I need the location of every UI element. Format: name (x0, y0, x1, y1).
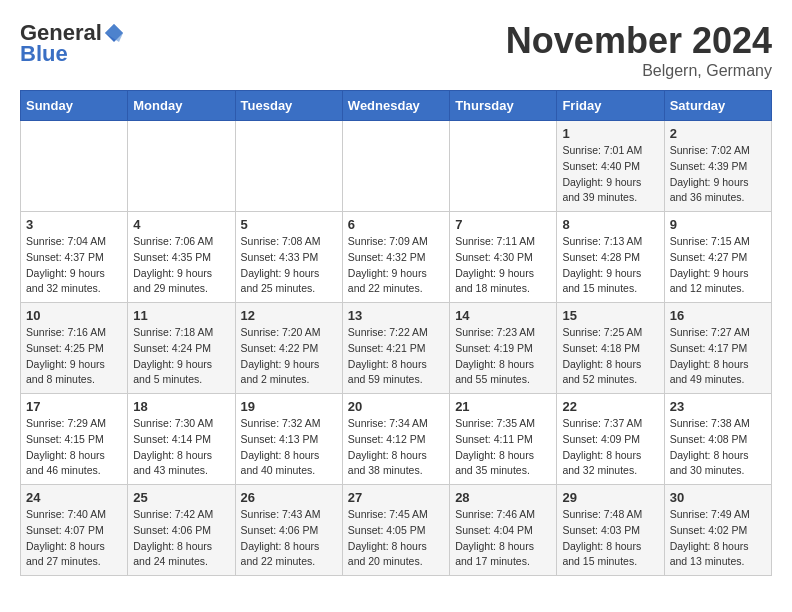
day-cell: 15Sunrise: 7:25 AM Sunset: 4:18 PM Dayli… (557, 303, 664, 394)
day-number: 22 (562, 399, 658, 414)
day-cell: 19Sunrise: 7:32 AM Sunset: 4:13 PM Dayli… (235, 394, 342, 485)
day-info: Sunrise: 7:06 AM Sunset: 4:35 PM Dayligh… (133, 234, 229, 297)
day-cell: 20Sunrise: 7:34 AM Sunset: 4:12 PM Dayli… (342, 394, 449, 485)
day-cell: 28Sunrise: 7:46 AM Sunset: 4:04 PM Dayli… (450, 485, 557, 576)
day-info: Sunrise: 7:37 AM Sunset: 4:09 PM Dayligh… (562, 416, 658, 479)
calendar-header: SundayMondayTuesdayWednesdayThursdayFrid… (21, 91, 772, 121)
day-info: Sunrise: 7:34 AM Sunset: 4:12 PM Dayligh… (348, 416, 444, 479)
day-cell: 11Sunrise: 7:18 AM Sunset: 4:24 PM Dayli… (128, 303, 235, 394)
day-info: Sunrise: 7:45 AM Sunset: 4:05 PM Dayligh… (348, 507, 444, 570)
day-info: Sunrise: 7:30 AM Sunset: 4:14 PM Dayligh… (133, 416, 229, 479)
page-header: General Blue November 2024 Belgern, Germ… (20, 20, 772, 80)
day-cell (128, 121, 235, 212)
day-number: 14 (455, 308, 551, 323)
day-cell: 6Sunrise: 7:09 AM Sunset: 4:32 PM Daylig… (342, 212, 449, 303)
day-cell: 30Sunrise: 7:49 AM Sunset: 4:02 PM Dayli… (664, 485, 771, 576)
day-number: 15 (562, 308, 658, 323)
day-info: Sunrise: 7:18 AM Sunset: 4:24 PM Dayligh… (133, 325, 229, 388)
day-number: 12 (241, 308, 337, 323)
day-cell: 10Sunrise: 7:16 AM Sunset: 4:25 PM Dayli… (21, 303, 128, 394)
day-number: 17 (26, 399, 122, 414)
header-cell-wednesday: Wednesday (342, 91, 449, 121)
day-number: 1 (562, 126, 658, 141)
day-cell: 5Sunrise: 7:08 AM Sunset: 4:33 PM Daylig… (235, 212, 342, 303)
day-cell: 16Sunrise: 7:27 AM Sunset: 4:17 PM Dayli… (664, 303, 771, 394)
day-number: 24 (26, 490, 122, 505)
day-number: 4 (133, 217, 229, 232)
day-cell: 13Sunrise: 7:22 AM Sunset: 4:21 PM Dayli… (342, 303, 449, 394)
day-number: 3 (26, 217, 122, 232)
day-cell: 14Sunrise: 7:23 AM Sunset: 4:19 PM Dayli… (450, 303, 557, 394)
day-number: 26 (241, 490, 337, 505)
logo: General Blue (20, 20, 126, 67)
day-number: 27 (348, 490, 444, 505)
day-info: Sunrise: 7:15 AM Sunset: 4:27 PM Dayligh… (670, 234, 766, 297)
day-cell: 25Sunrise: 7:42 AM Sunset: 4:06 PM Dayli… (128, 485, 235, 576)
day-number: 11 (133, 308, 229, 323)
day-info: Sunrise: 7:46 AM Sunset: 4:04 PM Dayligh… (455, 507, 551, 570)
day-cell: 2Sunrise: 7:02 AM Sunset: 4:39 PM Daylig… (664, 121, 771, 212)
day-info: Sunrise: 7:40 AM Sunset: 4:07 PM Dayligh… (26, 507, 122, 570)
day-cell: 8Sunrise: 7:13 AM Sunset: 4:28 PM Daylig… (557, 212, 664, 303)
day-info: Sunrise: 7:43 AM Sunset: 4:06 PM Dayligh… (241, 507, 337, 570)
day-cell: 24Sunrise: 7:40 AM Sunset: 4:07 PM Dayli… (21, 485, 128, 576)
day-info: Sunrise: 7:38 AM Sunset: 4:08 PM Dayligh… (670, 416, 766, 479)
day-info: Sunrise: 7:01 AM Sunset: 4:40 PM Dayligh… (562, 143, 658, 206)
day-number: 13 (348, 308, 444, 323)
day-cell: 17Sunrise: 7:29 AM Sunset: 4:15 PM Dayli… (21, 394, 128, 485)
day-info: Sunrise: 7:13 AM Sunset: 4:28 PM Dayligh… (562, 234, 658, 297)
day-info: Sunrise: 7:22 AM Sunset: 4:21 PM Dayligh… (348, 325, 444, 388)
day-info: Sunrise: 7:20 AM Sunset: 4:22 PM Dayligh… (241, 325, 337, 388)
day-info: Sunrise: 7:49 AM Sunset: 4:02 PM Dayligh… (670, 507, 766, 570)
day-cell: 29Sunrise: 7:48 AM Sunset: 4:03 PM Dayli… (557, 485, 664, 576)
header-cell-saturday: Saturday (664, 91, 771, 121)
day-cell: 12Sunrise: 7:20 AM Sunset: 4:22 PM Dayli… (235, 303, 342, 394)
day-cell: 1Sunrise: 7:01 AM Sunset: 4:40 PM Daylig… (557, 121, 664, 212)
day-number: 7 (455, 217, 551, 232)
day-number: 10 (26, 308, 122, 323)
day-info: Sunrise: 7:42 AM Sunset: 4:06 PM Dayligh… (133, 507, 229, 570)
day-cell: 18Sunrise: 7:30 AM Sunset: 4:14 PM Dayli… (128, 394, 235, 485)
day-cell: 7Sunrise: 7:11 AM Sunset: 4:30 PM Daylig… (450, 212, 557, 303)
day-cell: 27Sunrise: 7:45 AM Sunset: 4:05 PM Dayli… (342, 485, 449, 576)
day-cell (21, 121, 128, 212)
day-cell: 4Sunrise: 7:06 AM Sunset: 4:35 PM Daylig… (128, 212, 235, 303)
day-cell (450, 121, 557, 212)
logo-blue: Blue (20, 41, 68, 67)
day-cell: 26Sunrise: 7:43 AM Sunset: 4:06 PM Dayli… (235, 485, 342, 576)
day-cell: 9Sunrise: 7:15 AM Sunset: 4:27 PM Daylig… (664, 212, 771, 303)
day-number: 19 (241, 399, 337, 414)
day-info: Sunrise: 7:02 AM Sunset: 4:39 PM Dayligh… (670, 143, 766, 206)
day-number: 25 (133, 490, 229, 505)
day-info: Sunrise: 7:32 AM Sunset: 4:13 PM Dayligh… (241, 416, 337, 479)
day-number: 8 (562, 217, 658, 232)
day-info: Sunrise: 7:27 AM Sunset: 4:17 PM Dayligh… (670, 325, 766, 388)
day-number: 20 (348, 399, 444, 414)
day-cell: 23Sunrise: 7:38 AM Sunset: 4:08 PM Dayli… (664, 394, 771, 485)
header-cell-monday: Monday (128, 91, 235, 121)
day-number: 16 (670, 308, 766, 323)
day-cell (235, 121, 342, 212)
day-cell: 22Sunrise: 7:37 AM Sunset: 4:09 PM Dayli… (557, 394, 664, 485)
day-number: 5 (241, 217, 337, 232)
header-cell-friday: Friday (557, 91, 664, 121)
day-number: 9 (670, 217, 766, 232)
month-title: November 2024 (506, 20, 772, 62)
header-cell-thursday: Thursday (450, 91, 557, 121)
week-row-5: 24Sunrise: 7:40 AM Sunset: 4:07 PM Dayli… (21, 485, 772, 576)
week-row-2: 3Sunrise: 7:04 AM Sunset: 4:37 PM Daylig… (21, 212, 772, 303)
day-info: Sunrise: 7:29 AM Sunset: 4:15 PM Dayligh… (26, 416, 122, 479)
day-cell (342, 121, 449, 212)
day-number: 29 (562, 490, 658, 505)
day-info: Sunrise: 7:25 AM Sunset: 4:18 PM Dayligh… (562, 325, 658, 388)
title-block: November 2024 Belgern, Germany (506, 20, 772, 80)
day-info: Sunrise: 7:35 AM Sunset: 4:11 PM Dayligh… (455, 416, 551, 479)
header-cell-sunday: Sunday (21, 91, 128, 121)
day-number: 21 (455, 399, 551, 414)
calendar-table: SundayMondayTuesdayWednesdayThursdayFrid… (20, 90, 772, 576)
day-info: Sunrise: 7:09 AM Sunset: 4:32 PM Dayligh… (348, 234, 444, 297)
day-info: Sunrise: 7:48 AM Sunset: 4:03 PM Dayligh… (562, 507, 658, 570)
week-row-3: 10Sunrise: 7:16 AM Sunset: 4:25 PM Dayli… (21, 303, 772, 394)
day-number: 30 (670, 490, 766, 505)
day-info: Sunrise: 7:23 AM Sunset: 4:19 PM Dayligh… (455, 325, 551, 388)
